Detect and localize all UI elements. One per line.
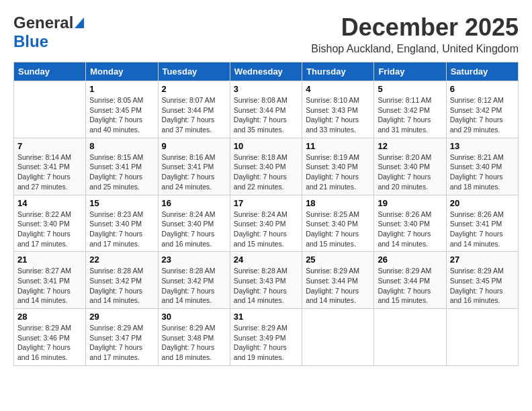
month-title: December 2025: [311, 13, 519, 42]
calendar-day-cell: 22Sunrise: 8:28 AM Sunset: 3:42 PM Dayli…: [86, 252, 158, 309]
day-number: 14: [17, 198, 82, 208]
calendar-day-cell: 16Sunrise: 8:24 AM Sunset: 3:40 PM Dayli…: [158, 195, 230, 252]
day-number: 13: [450, 141, 515, 151]
day-number: 4: [306, 84, 370, 94]
day-info: Sunrise: 8:18 AM Sunset: 3:40 PM Dayligh…: [234, 152, 298, 192]
calendar-table: SundayMondayTuesdayWednesdayThursdayFrid…: [13, 62, 519, 366]
calendar-day-cell: 23Sunrise: 8:28 AM Sunset: 3:42 PM Dayli…: [158, 252, 230, 309]
calendar-day-cell: 27Sunrise: 8:29 AM Sunset: 3:45 PM Dayli…: [446, 252, 518, 309]
calendar-day-cell: 15Sunrise: 8:23 AM Sunset: 3:40 PM Dayli…: [86, 195, 158, 252]
calendar-week-row: 21Sunrise: 8:27 AM Sunset: 3:41 PM Dayli…: [14, 252, 519, 309]
day-info: Sunrise: 8:28 AM Sunset: 3:42 PM Dayligh…: [162, 266, 226, 306]
logo-general: General: [13, 13, 73, 32]
calendar-day-cell: 20Sunrise: 8:26 AM Sunset: 3:41 PM Dayli…: [446, 195, 518, 252]
calendar-day-cell: 19Sunrise: 8:26 AM Sunset: 3:40 PM Dayli…: [374, 195, 446, 252]
calendar-day-cell: [14, 81, 86, 138]
day-number: 6: [450, 84, 515, 94]
day-number: 11: [306, 141, 370, 151]
day-number: 23: [162, 255, 226, 265]
col-header-thursday: Thursday: [302, 62, 374, 81]
day-number: 24: [234, 255, 298, 265]
day-number: 29: [89, 312, 154, 322]
day-info: Sunrise: 8:25 AM Sunset: 3:40 PM Dayligh…: [306, 210, 370, 249]
day-number: 30: [162, 312, 226, 322]
page-header: General Blue December 2025 Bishop Auckla…: [13, 13, 519, 55]
day-info: Sunrise: 8:12 AM Sunset: 3:42 PM Dayligh…: [450, 95, 515, 135]
calendar-body: 1Sunrise: 8:05 AM Sunset: 3:45 PM Daylig…: [14, 81, 519, 366]
day-number: 22: [89, 255, 154, 265]
calendar-week-row: 7Sunrise: 8:14 AM Sunset: 3:41 PM Daylig…: [14, 138, 519, 195]
day-info: Sunrise: 8:16 AM Sunset: 3:41 PM Dayligh…: [162, 152, 226, 192]
day-number: 2: [162, 84, 226, 94]
calendar-day-cell: 17Sunrise: 8:24 AM Sunset: 3:40 PM Dayli…: [230, 195, 302, 252]
day-info: Sunrise: 8:29 AM Sunset: 3:49 PM Dayligh…: [234, 323, 298, 363]
day-number: 18: [306, 198, 370, 208]
day-number: 8: [89, 141, 154, 151]
calendar-day-cell: 6Sunrise: 8:12 AM Sunset: 3:42 PM Daylig…: [446, 81, 518, 138]
day-number: 15: [89, 198, 154, 208]
calendar-day-cell: 1Sunrise: 8:05 AM Sunset: 3:45 PM Daylig…: [86, 81, 158, 138]
day-number: 7: [17, 141, 82, 151]
calendar-day-cell: 3Sunrise: 8:08 AM Sunset: 3:44 PM Daylig…: [230, 81, 302, 138]
day-number: 1: [89, 84, 154, 94]
day-info: Sunrise: 8:24 AM Sunset: 3:40 PM Dayligh…: [234, 210, 298, 249]
location-title: Bishop Auckland, England, United Kingdom: [311, 43, 519, 55]
calendar-day-cell: 24Sunrise: 8:28 AM Sunset: 3:43 PM Dayli…: [230, 252, 302, 309]
calendar-week-row: 14Sunrise: 8:22 AM Sunset: 3:40 PM Dayli…: [14, 195, 519, 252]
calendar-day-cell: 5Sunrise: 8:11 AM Sunset: 3:42 PM Daylig…: [374, 81, 446, 138]
logo-blue: Blue: [13, 32, 48, 50]
day-number: 5: [378, 84, 442, 94]
day-number: 16: [162, 198, 226, 208]
calendar-day-cell: [446, 309, 518, 366]
calendar-day-cell: 25Sunrise: 8:29 AM Sunset: 3:44 PM Dayli…: [302, 252, 374, 309]
day-info: Sunrise: 8:26 AM Sunset: 3:41 PM Dayligh…: [450, 210, 515, 249]
calendar-day-cell: 14Sunrise: 8:22 AM Sunset: 3:40 PM Dayli…: [14, 195, 86, 252]
day-info: Sunrise: 8:10 AM Sunset: 3:43 PM Dayligh…: [306, 95, 370, 135]
calendar-day-cell: 11Sunrise: 8:19 AM Sunset: 3:40 PM Dayli…: [302, 138, 374, 195]
calendar-day-cell: 21Sunrise: 8:27 AM Sunset: 3:41 PM Dayli…: [14, 252, 86, 309]
col-header-friday: Friday: [374, 62, 446, 81]
calendar-day-cell: 13Sunrise: 8:21 AM Sunset: 3:40 PM Dayli…: [446, 138, 518, 195]
calendar-day-cell: 30Sunrise: 8:29 AM Sunset: 3:48 PM Dayli…: [158, 309, 230, 366]
day-number: 21: [17, 255, 82, 265]
day-info: Sunrise: 8:20 AM Sunset: 3:40 PM Dayligh…: [378, 152, 442, 192]
day-info: Sunrise: 8:28 AM Sunset: 3:43 PM Dayligh…: [234, 266, 298, 306]
day-number: 10: [234, 141, 298, 151]
calendar-week-row: 28Sunrise: 8:29 AM Sunset: 3:46 PM Dayli…: [14, 309, 519, 366]
calendar-day-cell: 29Sunrise: 8:29 AM Sunset: 3:47 PM Dayli…: [86, 309, 158, 366]
day-info: Sunrise: 8:27 AM Sunset: 3:41 PM Dayligh…: [17, 266, 82, 306]
logo-arrow-icon: [75, 15, 84, 28]
calendar-week-row: 1Sunrise: 8:05 AM Sunset: 3:45 PM Daylig…: [14, 81, 519, 138]
calendar-day-cell: 26Sunrise: 8:29 AM Sunset: 3:44 PM Dayli…: [374, 252, 446, 309]
day-info: Sunrise: 8:07 AM Sunset: 3:44 PM Dayligh…: [162, 95, 226, 135]
day-info: Sunrise: 8:22 AM Sunset: 3:40 PM Dayligh…: [17, 210, 82, 249]
day-info: Sunrise: 8:29 AM Sunset: 3:44 PM Dayligh…: [306, 266, 370, 306]
day-number: 31: [234, 312, 298, 322]
day-info: Sunrise: 8:26 AM Sunset: 3:40 PM Dayligh…: [378, 210, 442, 249]
day-info: Sunrise: 8:21 AM Sunset: 3:40 PM Dayligh…: [450, 152, 515, 192]
day-info: Sunrise: 8:19 AM Sunset: 3:40 PM Dayligh…: [306, 152, 370, 192]
calendar-header-row: SundayMondayTuesdayWednesdayThursdayFrid…: [14, 62, 519, 81]
title-block: December 2025 Bishop Auckland, England, …: [311, 13, 519, 55]
day-number: 26: [378, 255, 442, 265]
calendar-day-cell: 9Sunrise: 8:16 AM Sunset: 3:41 PM Daylig…: [158, 138, 230, 195]
day-info: Sunrise: 8:28 AM Sunset: 3:42 PM Dayligh…: [89, 266, 154, 306]
calendar-day-cell: 31Sunrise: 8:29 AM Sunset: 3:49 PM Dayli…: [230, 309, 302, 366]
calendar-day-cell: 12Sunrise: 8:20 AM Sunset: 3:40 PM Dayli…: [374, 138, 446, 195]
logo: General Blue: [13, 13, 73, 51]
calendar-day-cell: 7Sunrise: 8:14 AM Sunset: 3:41 PM Daylig…: [14, 138, 86, 195]
day-info: Sunrise: 8:29 AM Sunset: 3:46 PM Dayligh…: [17, 323, 82, 363]
calendar-day-cell: 18Sunrise: 8:25 AM Sunset: 3:40 PM Dayli…: [302, 195, 374, 252]
calendar-day-cell: 4Sunrise: 8:10 AM Sunset: 3:43 PM Daylig…: [302, 81, 374, 138]
calendar-day-cell: [302, 309, 374, 366]
col-header-wednesday: Wednesday: [230, 62, 302, 81]
day-info: Sunrise: 8:14 AM Sunset: 3:41 PM Dayligh…: [17, 152, 82, 192]
calendar-day-cell: 8Sunrise: 8:15 AM Sunset: 3:41 PM Daylig…: [86, 138, 158, 195]
day-number: 20: [450, 198, 515, 208]
col-header-tuesday: Tuesday: [158, 62, 230, 81]
svg-marker-0: [75, 17, 84, 28]
day-number: 17: [234, 198, 298, 208]
calendar-day-cell: 2Sunrise: 8:07 AM Sunset: 3:44 PM Daylig…: [158, 81, 230, 138]
col-header-saturday: Saturday: [446, 62, 518, 81]
calendar-day-cell: [374, 309, 446, 366]
